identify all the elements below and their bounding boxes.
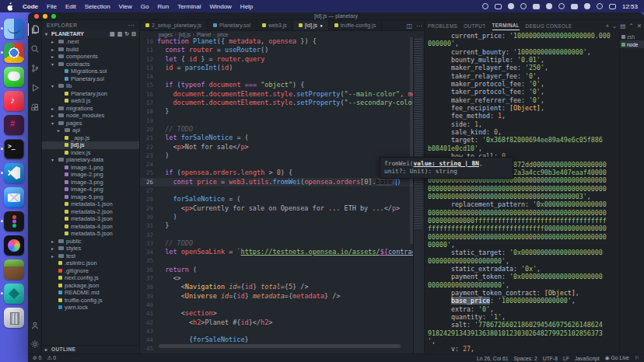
dock-messages[interactable] [4, 67, 24, 87]
maximize-panel-icon[interactable]: ⌃ [628, 23, 633, 30]
editor-horizontal-scrollbar[interactable] [159, 344, 401, 348]
tree-item-web3.js[interactable]: web3.js [42, 97, 139, 105]
explorer-icon[interactable] [28, 23, 42, 36]
menu-item-terminal[interactable]: Terminal [177, 3, 201, 10]
menu-item-code[interactable]: Code [23, 3, 38, 10]
wifi-icon[interactable] [584, 3, 590, 9]
settings-gear-icon[interactable] [28, 338, 42, 350]
explorer-more-icon[interactable]: ⋯ [128, 22, 135, 29]
project-section-header[interactable]: ▾ PLANETARY ▤ ▥ ↻ ⊟ [42, 30, 139, 38]
account-icon[interactable] [28, 319, 42, 332]
tab-2_setup_planetary.js[interactable]: 2_setup_planetary.js [140, 20, 208, 30]
tree-item-metadata-1.json[interactable]: metadata-1.json [42, 200, 139, 208]
menu-item-go[interactable]: Go [141, 3, 149, 10]
dock-figma[interactable] [4, 211, 24, 231]
editor-scrollbar[interactable] [410, 37, 413, 244]
search-icon[interactable] [28, 43, 42, 55]
tree-item-components[interactable]: ▸components [42, 53, 139, 61]
tree-item-api[interactable]: ▸api [42, 127, 139, 134]
new-file-icon[interactable]: ▤ [110, 31, 115, 37]
tree-item-node_modules[interactable]: ▸node_modules [42, 112, 139, 120]
tree-item-Planetary.sol[interactable]: Planetary.sol [42, 75, 139, 83]
split-editor-icon[interactable]: ◫ [406, 23, 412, 30]
dock-creative[interactable] [4, 235, 24, 256]
display-icon[interactable] [495, 4, 502, 9]
tree-item-public[interactable]: ▸public [42, 238, 139, 245]
tree-item-styles[interactable]: ▸styles [42, 245, 139, 252]
menu-item-file[interactable]: File [47, 3, 57, 10]
panel-tab-output[interactable]: OUTPUT [464, 22, 485, 30]
tree-item-pages[interactable]: ▾pages [42, 120, 139, 127]
tree-item-contracts[interactable]: ▾contracts [42, 61, 139, 68]
tree-item-image-5.png[interactable]: image-5.png [42, 193, 139, 201]
status-spaces-2[interactable]: Spaces: 2 [513, 356, 537, 361]
apple-menu-icon[interactable] [6, 2, 14, 11]
tree-item-[id].js[interactable]: [id].js [42, 141, 139, 149]
tree-item-.next[interactable]: ▸.next [42, 38, 139, 46]
notifications-bell-icon[interactable]: ⚐ [635, 355, 639, 361]
terminal-instance-zsh[interactable]: zsh [620, 33, 644, 40]
menu-item-run[interactable]: Run [157, 3, 169, 10]
status--go-live[interactable]: ◉ Go Live [605, 355, 629, 361]
terminal-dropdown-icon[interactable]: ⌄ [612, 23, 617, 30]
extensions-icon[interactable] [28, 101, 42, 113]
dock-chrome[interactable] [4, 43, 24, 63]
dock-minecraft[interactable] [4, 259, 24, 280]
tree-item-metadata-3.json[interactable]: metadata-3.json [42, 215, 139, 223]
tree-item-test[interactable]: ▸test [42, 252, 139, 260]
panel-tab-debug-console[interactable]: DEBUG CONSOLE [526, 22, 572, 30]
dock-terminal[interactable] [4, 139, 24, 159]
panel-tab-problems[interactable]: PROBLEMS [428, 22, 457, 30]
error-icon[interactable]: ⊘ 0 [33, 355, 41, 361]
breadcrumb-item-[id].js[interactable]: [id].js [179, 32, 191, 37]
close-panel-icon[interactable]: ✕ [637, 23, 642, 30]
dock-cube[interactable] [4, 284, 24, 304]
tab-[id].js[interactable]: [id].js● [293, 20, 329, 30]
breadcrumb-item-Planet[interactable]: Planet [197, 32, 211, 37]
refresh-icon[interactable]: ↻ [124, 31, 129, 37]
tree-item-truffle-config.js[interactable]: truffle-config.js [42, 297, 139, 305]
dock-finder[interactable] [4, 19, 24, 39]
menu-clock[interactable]: 12:53 [622, 3, 638, 10]
tree-item-next.config.js[interactable]: next.config.js [42, 274, 139, 282]
tree-item-metadata-2.json[interactable]: metadata-2.json [42, 208, 139, 216]
control-center-icon[interactable] [609, 4, 616, 9]
terminal-output[interactable]: current_price: '100000000000000000000.00… [428, 32, 619, 353]
tree-item-README.md[interactable]: README.md [42, 289, 139, 297]
outline-section[interactable]: ▸ OUTLINE [42, 345, 139, 353]
terminal-instance-node[interactable]: node [620, 40, 644, 48]
status-javascript[interactable]: JavaScript [575, 356, 600, 361]
chat-icon[interactable] [546, 3, 552, 9]
breadcrumb[interactable]: pages›[id].js›Planet›price [140, 31, 424, 37]
battery-icon[interactable] [571, 4, 578, 9]
new-folder-icon[interactable]: ▥ [117, 31, 123, 37]
tree-item-metadata-5.json[interactable]: metadata-5.json [42, 230, 139, 238]
record-icon[interactable] [508, 3, 514, 9]
collapse-folders-icon[interactable]: ⊟ [131, 31, 136, 37]
tab-Planetary.sol[interactable]: Planetary.sol [208, 20, 257, 30]
grid-icon[interactable] [533, 4, 540, 9]
dock-slack[interactable] [4, 115, 24, 135]
tree-item-planetary-data[interactable]: ▾planetary-data [42, 156, 139, 164]
status-utf-8[interactable]: UTF-8 [543, 356, 558, 361]
breadcrumb-item-price[interactable]: price [217, 32, 228, 37]
tree-item-_app.js[interactable]: _app.js [42, 134, 139, 142]
window-title-bar[interactable]: [id].js — planetary [28, 12, 644, 20]
panel-tab-terminal[interactable]: TERMINAL [492, 21, 520, 30]
dock-vscode[interactable] [4, 163, 24, 183]
minimap[interactable] [413, 37, 424, 353]
tree-item-Planetary.json[interactable]: Planetary.json [42, 90, 139, 98]
menu-item-window[interactable]: Window [209, 3, 231, 10]
dock-music[interactable] [4, 91, 24, 111]
menu-item-view[interactable]: View [119, 3, 132, 10]
status-ln-26-col-61[interactable]: Ln 26, Col 61 [477, 356, 508, 361]
tree-item-image-4.png[interactable]: image-4.png [42, 186, 139, 193]
tab-truffle-config.js[interactable]: truffle-config.js [329, 20, 382, 30]
status-lf[interactable]: LF [563, 356, 569, 361]
tree-item-image-1.png[interactable]: image-1.png [42, 164, 139, 172]
tree-item-migrations[interactable]: ▸migrations [42, 105, 139, 113]
tree-item-yarn.lock[interactable]: yarn.lock [42, 304, 139, 312]
source-control-icon[interactable] [28, 62, 42, 75]
menu-item-help[interactable]: Help [240, 3, 253, 10]
meet-icon[interactable] [520, 3, 527, 9]
